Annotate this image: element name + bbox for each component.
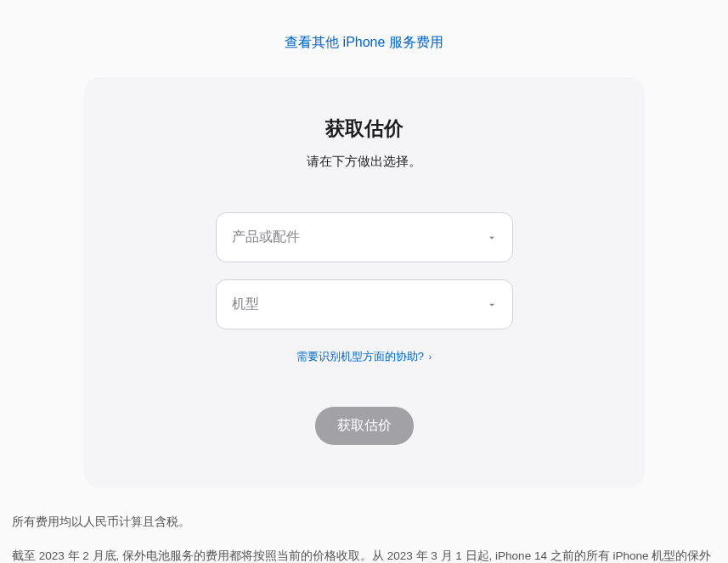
footer-line-2-text: 截至 2023 年 2 月底, 保外电池服务的费用都将按照当前的价格收取。从 2… [12, 549, 711, 563]
help-link-wrapper: 需要识别机型方面的协助? › [135, 348, 594, 364]
identify-model-help-link[interactable]: 需要识别机型方面的协助? › [296, 350, 432, 363]
footer-notes: 所有费用均以人民币计算且含税。 截至 2023 年 2 月底, 保外电池服务的费… [8, 511, 720, 563]
top-link-wrapper: 查看其他 iPhone 服务费用 [8, 0, 720, 77]
get-estimate-button[interactable]: 获取估价 [315, 407, 414, 445]
card-title: 获取估价 [135, 115, 594, 142]
product-select-placeholder: 产品或配件 [232, 228, 300, 246]
product-select-wrapper: 产品或配件 [216, 212, 513, 262]
card-subtitle: 请在下方做出选择。 [135, 154, 594, 170]
chevron-right-icon: › [429, 352, 432, 362]
estimate-card: 获取估价 请在下方做出选择。 产品或配件 机型 需要识别机型方面的协助? › [84, 77, 645, 487]
product-or-accessory-select[interactable]: 产品或配件 [216, 212, 513, 262]
footer-line-1: 所有费用均以人民币计算且含税。 [12, 511, 716, 533]
model-select[interactable]: 机型 [216, 279, 513, 329]
model-select-placeholder: 机型 [232, 296, 259, 313]
model-select-wrapper: 机型 [216, 279, 513, 329]
submit-wrapper: 获取估价 [135, 407, 594, 445]
other-iphone-fees-link[interactable]: 查看其他 iPhone 服务费用 [285, 35, 443, 49]
help-link-text: 需要识别机型方面的协助? [296, 350, 424, 363]
footer-line-2: 截至 2023 年 2 月底, 保外电池服务的费用都将按照当前的价格收取。从 2… [12, 545, 716, 563]
